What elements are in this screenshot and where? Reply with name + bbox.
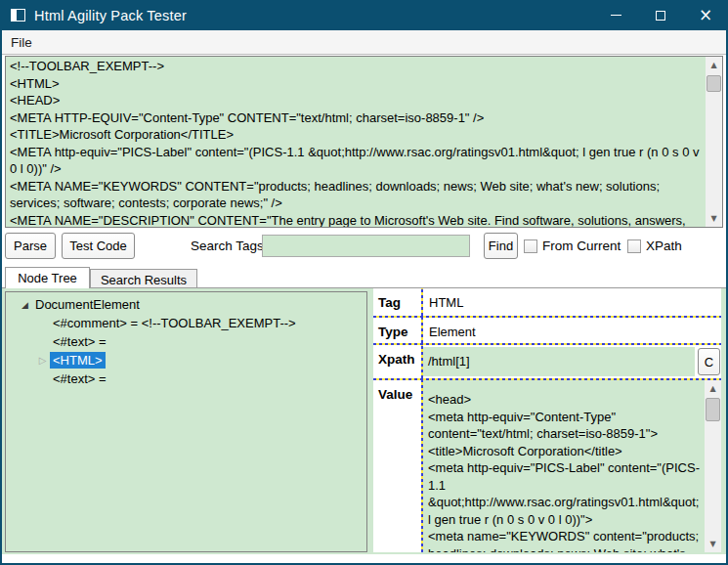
app-window: Html Agility Pack Tester × File <!--TOOL… [0,0,728,565]
from-current-checkbox[interactable]: From Current [524,233,621,259]
tree-item[interactable]: <#comment> = <!--TOOLBAR_EXEMPT--> [6,314,366,332]
toolbar: Parse Test Code Search Tags Find From Cu… [2,228,726,267]
maximize-button[interactable] [638,0,683,30]
menu-item-file[interactable]: File [2,35,41,50]
tree-item[interactable]: ▷<HTML> [6,351,366,369]
node-properties-grid: Tag HTML Type Element Xpath /html[1] C [373,288,721,552]
xpath-field[interactable]: /html[1] [423,347,695,376]
source-scrollbar-thumb[interactable] [707,75,721,92]
value-row: Value <head> <meta http-equiv="Content-T… [373,380,721,552]
checkbox-icon[interactable] [627,239,641,253]
tree-item[interactable]: <#text> = [6,332,366,351]
title-bar: Html Agility Pack Tester × [0,0,728,30]
html-source-text: <!--TOOLBAR_EXEMPT--> <HTML> <HEAD> <MET… [10,58,702,227]
tag-value: HTML [423,288,721,316]
node-tree-tab-page: ◢DocumentElement<#comment> = <!--TOOLBAR… [2,287,726,554]
tag-label: Tag [373,288,421,316]
tree-item-label[interactable]: <#text> = [50,333,109,350]
from-current-label[interactable]: From Current [542,239,621,253]
close-button[interactable]: × [683,0,728,30]
tree-item[interactable]: ◢DocumentElement [6,295,366,314]
xpath-checkbox[interactable]: XPath [627,233,682,259]
tree-expanded-arrow-icon[interactable]: ◢ [18,300,32,310]
app-icon [11,9,25,22]
tree-item-label[interactable]: <#text> = [50,370,109,387]
xpath-label: Xpath [373,345,421,378]
source-scrollbar[interactable]: ▲ ▼ [706,57,722,227]
tree-item-label[interactable]: DocumentElement [32,296,143,313]
menu-bar: File [2,30,726,55]
type-value: Element [423,318,721,343]
value-label: Value [373,380,421,552]
node-tree[interactable]: ◢DocumentElement<#comment> = <!--TOOLBAR… [5,291,367,552]
tree-item[interactable]: <#text> = [6,369,366,388]
scroll-up-icon[interactable]: ▲ [705,380,721,397]
scroll-up-icon[interactable]: ▲ [706,57,722,73]
xpath-checkbox-label[interactable]: XPath [646,239,682,253]
tree-collapsed-arrow-icon[interactable]: ▷ [35,355,50,366]
html-source-textarea[interactable]: <!--TOOLBAR_EXEMPT--> <HTML> <HEAD> <MET… [5,56,723,228]
copy-xpath-button[interactable]: C [698,348,720,375]
scroll-down-icon[interactable]: ▼ [705,536,721,552]
test-code-button[interactable]: Test Code [62,233,135,259]
tab-search-results[interactable]: Search Results [90,269,197,288]
tree-item-label[interactable]: <#comment> = <!--TOOLBAR_EXEMPT--> [50,315,299,331]
search-tags-input[interactable] [262,235,470,257]
value-scrollbar-thumb[interactable] [706,398,720,421]
type-row: Type Element [373,318,721,343]
window-title: Html Agility Pack Tester [34,8,187,23]
tab-strip: Node Tree Search Results [2,267,726,288]
find-button[interactable]: Find [484,233,518,259]
minimize-button[interactable] [593,0,638,30]
client-area: File <!--TOOLBAR_EXEMPT--> <HTML> <HEAD>… [2,30,726,563]
xpath-row: Xpath /html[1] C [373,345,721,378]
scroll-down-icon[interactable]: ▼ [706,210,722,227]
tag-row: Tag HTML [373,288,721,316]
close-icon: × [699,7,712,23]
parse-button[interactable]: Parse [5,233,56,259]
search-tags-label: Search Tags [191,233,264,259]
type-label: Type [373,318,421,343]
value-scrollbar[interactable]: ▲ ▼ [705,380,721,552]
value-field[interactable]: <head> <meta http-equiv="Content-Type" c… [423,380,721,552]
tab-node-tree[interactable]: Node Tree [5,267,90,288]
value-text: <head> <meta http-equiv="Content-Type" c… [428,391,702,552]
maximize-icon [656,11,665,21]
tree-item-label[interactable]: <HTML> [50,352,106,369]
minimize-icon [611,15,621,16]
checkbox-icon[interactable] [524,239,537,253]
